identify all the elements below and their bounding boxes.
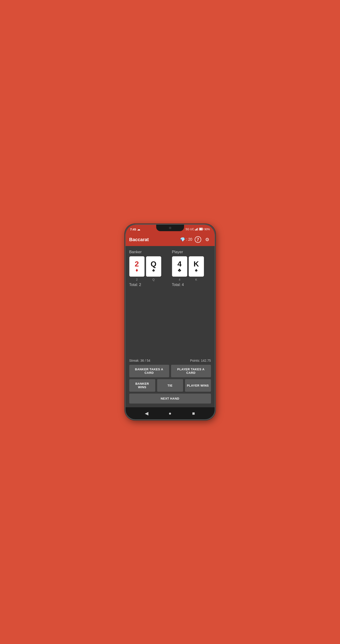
svg-marker-0 bbox=[195, 230, 196, 230]
player-card-1-suit: ♣ bbox=[178, 268, 181, 273]
banker-card-1: 2 ♦ bbox=[129, 256, 145, 277]
gem-balance: 💎 : 20 bbox=[180, 237, 192, 242]
svg-rect-5 bbox=[203, 228, 203, 230]
banker-card-1-name: 2 bbox=[129, 278, 145, 281]
phone-device: 7:45 ☁ 5G UC bbox=[125, 224, 215, 420]
player-card-2-suit: ♠ bbox=[195, 268, 198, 273]
tie-button[interactable]: TIE bbox=[157, 379, 183, 392]
banker-card-2-value: Q bbox=[151, 260, 156, 268]
notch bbox=[156, 225, 184, 231]
player-card-1-name: 4 bbox=[172, 278, 187, 281]
banker-wins-button[interactable]: BANKER WINS bbox=[129, 379, 155, 392]
help-button[interactable]: ? bbox=[195, 236, 201, 243]
player-card-2-value: K bbox=[194, 260, 199, 268]
banker-takes-card-button[interactable]: BANKER TAKES A CARD bbox=[129, 365, 169, 377]
player-card-1: 4 ♣ bbox=[172, 256, 187, 277]
banker-total: Total: 2 bbox=[129, 283, 168, 287]
app-bar-actions: 💎 : 20 ? ⚙ bbox=[180, 236, 211, 243]
settings-icon: ⚙ bbox=[205, 237, 209, 242]
banker-card-2-suit: ♠ bbox=[152, 268, 155, 273]
svg-marker-2 bbox=[197, 228, 198, 230]
takes-card-row: BANKER TAKES A CARD PLAYER TAKES A CARD bbox=[129, 365, 211, 377]
player-section: Player 4 ♣ K ♠ 4 K bbox=[172, 250, 211, 287]
app-bar: Baccarat 💎 : 20 ? ⚙ bbox=[126, 233, 215, 246]
status-time: 7:45 ☁ bbox=[130, 228, 140, 231]
banker-card-1-suit: ♦ bbox=[136, 268, 138, 273]
banker-card-names: 2 Q bbox=[129, 278, 168, 281]
banker-section: Banker 2 ♦ Q ♠ 2 Q bbox=[129, 250, 168, 287]
gem-icon: 💎 bbox=[180, 237, 185, 242]
network-label: 5G UC bbox=[186, 228, 194, 231]
settings-button[interactable]: ⚙ bbox=[204, 236, 211, 243]
player-card-2: K ♠ bbox=[189, 256, 204, 277]
help-icon: ? bbox=[197, 237, 199, 242]
phone-screen: 7:45 ☁ 5G UC bbox=[126, 225, 215, 419]
next-hand-button[interactable]: NEXT HAND bbox=[129, 394, 211, 404]
player-wins-button[interactable]: PLAYER WINS bbox=[185, 379, 211, 392]
main-content: Banker 2 ♦ Q ♠ 2 Q bbox=[126, 246, 215, 407]
svg-marker-1 bbox=[196, 229, 197, 230]
win-row: BANKER WINS TIE PLAYER WINS bbox=[129, 379, 211, 392]
player-cards: 4 ♣ K ♠ bbox=[172, 256, 211, 277]
stats-row: Streak: 36 / 54 Points: 142.75 bbox=[129, 359, 211, 362]
battery-icon bbox=[199, 228, 203, 231]
banker-card-2: Q ♠ bbox=[146, 256, 161, 277]
svg-rect-6 bbox=[200, 228, 202, 230]
balance-value: 20 bbox=[188, 238, 192, 242]
player-takes-card-button[interactable]: PLAYER TAKES A CARD bbox=[171, 365, 211, 377]
signal-icon bbox=[195, 228, 198, 231]
banker-card-2-name: Q bbox=[146, 278, 161, 281]
player-total: Total: 4 bbox=[172, 283, 211, 287]
player-card-2-name: K bbox=[189, 278, 204, 281]
balance-separator: : bbox=[186, 238, 187, 242]
weather-icon: ☁ bbox=[137, 228, 140, 231]
recent-button[interactable]: ■ bbox=[189, 409, 198, 418]
player-card-1-value: 4 bbox=[178, 260, 182, 268]
banker-label: Banker bbox=[129, 250, 168, 254]
svg-marker-3 bbox=[198, 228, 198, 230]
player-label: Player bbox=[172, 250, 211, 254]
back-button[interactable]: ◀ bbox=[142, 409, 151, 418]
nav-bar: ◀ ● ■ bbox=[126, 407, 215, 419]
battery-label: 90% bbox=[204, 228, 210, 231]
player-card-names: 4 K bbox=[172, 278, 211, 281]
bottom-section: Streak: 36 / 54 Points: 142.75 BANKER TA… bbox=[129, 359, 211, 404]
streak-stat: Streak: 36 / 54 bbox=[129, 359, 150, 362]
home-button[interactable]: ● bbox=[165, 409, 175, 418]
banker-card-1-value: 2 bbox=[135, 260, 139, 268]
hands-row: Banker 2 ♦ Q ♠ 2 Q bbox=[129, 250, 211, 287]
points-stat: Points: 142.75 bbox=[190, 359, 211, 362]
status-right: 5G UC 90% bbox=[186, 228, 210, 231]
banker-cards: 2 ♦ Q ♠ bbox=[129, 256, 168, 277]
camera bbox=[169, 227, 171, 229]
app-title: Baccarat bbox=[129, 237, 149, 242]
spacer bbox=[129, 290, 211, 359]
